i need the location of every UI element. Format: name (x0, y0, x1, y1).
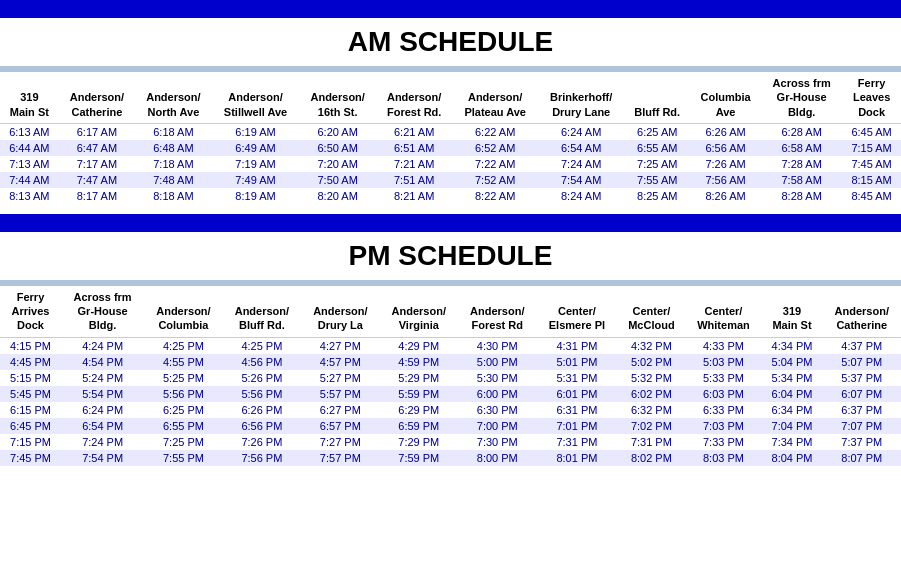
am-cell: 6:13 AM (0, 123, 59, 140)
am-cell: 8:18 AM (135, 188, 211, 204)
am-cell: 8:20 AM (299, 188, 375, 204)
am-cell: 6:45 AM (842, 123, 901, 140)
am-cell: 6:25 AM (624, 123, 690, 140)
pm-cell: 5:24 PM (61, 370, 144, 386)
pm-cell: 7:07 PM (823, 418, 902, 434)
pm-col-header: Center/McCloud (617, 286, 685, 337)
am-cell: 6:17 AM (59, 123, 135, 140)
pm-table: FerryArrivesDockAcross frmGr-HouseBldg.A… (0, 286, 901, 466)
pm-col-header: Anderson/Forest Rd (458, 286, 536, 337)
am-section: AM SCHEDULE 319Main StAnderson/Catherine… (0, 18, 901, 204)
pm-cell: 6:34 PM (762, 402, 823, 418)
pm-cell: 5:37 PM (823, 370, 902, 386)
am-col-header: Anderson/Forest Rd. (376, 72, 452, 123)
am-table-row: 7:13 AM7:17 AM7:18 AM7:19 AM7:20 AM7:21 … (0, 156, 901, 172)
pm-table-row: 7:45 PM7:54 PM7:55 PM7:56 PM7:57 PM7:59 … (0, 450, 901, 466)
am-cell: 8:22 AM (452, 188, 538, 204)
am-title: AM SCHEDULE (0, 18, 901, 66)
mid-blue-bar (0, 214, 901, 232)
am-cell: 6:56 AM (690, 140, 761, 156)
pm-cell: 5:25 PM (144, 370, 222, 386)
am-cell: 6:52 AM (452, 140, 538, 156)
pm-cell: 5:56 PM (144, 386, 222, 402)
pm-cell: 5:32 PM (617, 370, 685, 386)
pm-cell: 4:24 PM (61, 337, 144, 354)
am-cell: 7:18 AM (135, 156, 211, 172)
am-cell: 7:20 AM (299, 156, 375, 172)
am-cell: 6:19 AM (212, 123, 300, 140)
pm-table-row: 4:15 PM4:24 PM4:25 PM4:25 PM4:27 PM4:29 … (0, 337, 901, 354)
am-cell: 8:25 AM (624, 188, 690, 204)
pm-cell: 7:02 PM (617, 418, 685, 434)
pm-table-row: 7:15 PM7:24 PM7:25 PM7:26 PM7:27 PM7:29 … (0, 434, 901, 450)
am-cell: 7:17 AM (59, 156, 135, 172)
am-cell: 6:51 AM (376, 140, 452, 156)
am-cell: 7:15 AM (842, 140, 901, 156)
pm-cell: 7:30 PM (458, 434, 536, 450)
pm-cell: 6:04 PM (762, 386, 823, 402)
am-cell: 8:15 AM (842, 172, 901, 188)
pm-cell: 7:24 PM (61, 434, 144, 450)
pm-cell: 4:25 PM (223, 337, 301, 354)
am-cell: 6:22 AM (452, 123, 538, 140)
pm-cell: 6:56 PM (223, 418, 301, 434)
pm-cell: 5:29 PM (380, 370, 458, 386)
pm-cell: 6:45 PM (0, 418, 61, 434)
pm-cell: 7:26 PM (223, 434, 301, 450)
top-blue-bar (0, 0, 901, 18)
pm-cell: 7:37 PM (823, 434, 902, 450)
pm-cell: 7:15 PM (0, 434, 61, 450)
pm-table-row: 5:15 PM5:24 PM5:25 PM5:26 PM5:27 PM5:29 … (0, 370, 901, 386)
pm-cell: 6:25 PM (144, 402, 222, 418)
pm-cell: 7:33 PM (685, 434, 761, 450)
pm-col-header: Anderson/Drury La (301, 286, 379, 337)
pm-cell: 4:55 PM (144, 354, 222, 370)
pm-col-header: Anderson/Bluff Rd. (223, 286, 301, 337)
pm-cell: 6:31 PM (536, 402, 617, 418)
pm-cell: 4:33 PM (685, 337, 761, 354)
am-cell: 8:26 AM (690, 188, 761, 204)
pm-cell: 6:32 PM (617, 402, 685, 418)
pm-cell: 6:54 PM (61, 418, 144, 434)
pm-col-header: Center/Whiteman (685, 286, 761, 337)
pm-cell: 7:04 PM (762, 418, 823, 434)
am-cell: 6:48 AM (135, 140, 211, 156)
am-cell: 7:21 AM (376, 156, 452, 172)
am-cell: 8:45 AM (842, 188, 901, 204)
am-col-header: Anderson/Stillwell Ave (212, 72, 300, 123)
am-cell: 7:25 AM (624, 156, 690, 172)
am-col-header: Across frmGr-HouseBldg. (761, 72, 842, 123)
pm-table-row: 5:45 PM5:54 PM5:56 PM5:56 PM5:57 PM5:59 … (0, 386, 901, 402)
pm-cell: 7:29 PM (380, 434, 458, 450)
pm-table-row: 4:45 PM4:54 PM4:55 PM4:56 PM4:57 PM4:59 … (0, 354, 901, 370)
am-cell: 6:54 AM (538, 140, 625, 156)
pm-cell: 5:59 PM (380, 386, 458, 402)
pm-cell: 4:25 PM (144, 337, 222, 354)
pm-cell: 5:02 PM (617, 354, 685, 370)
pm-cell: 5:45 PM (0, 386, 61, 402)
am-cell: 7:44 AM (0, 172, 59, 188)
pm-cell: 6:26 PM (223, 402, 301, 418)
pm-cell: 6:00 PM (458, 386, 536, 402)
am-col-header: Anderson/16th St. (299, 72, 375, 123)
am-cell: 7:13 AM (0, 156, 59, 172)
pm-cell: 4:29 PM (380, 337, 458, 354)
am-cell: 7:58 AM (761, 172, 842, 188)
am-cell: 7:50 AM (299, 172, 375, 188)
am-cell: 7:19 AM (212, 156, 300, 172)
pm-cell: 4:37 PM (823, 337, 902, 354)
pm-cell: 7:00 PM (458, 418, 536, 434)
am-cell: 7:55 AM (624, 172, 690, 188)
pm-cell: 6:29 PM (380, 402, 458, 418)
am-cell: 8:19 AM (212, 188, 300, 204)
am-cell: 8:24 AM (538, 188, 625, 204)
am-cell: 6:50 AM (299, 140, 375, 156)
am-cell: 6:18 AM (135, 123, 211, 140)
pm-cell: 7:25 PM (144, 434, 222, 450)
pm-cell: 6:33 PM (685, 402, 761, 418)
pm-cell: 6:37 PM (823, 402, 902, 418)
am-cell: 6:55 AM (624, 140, 690, 156)
am-table: 319Main StAnderson/CatherineAnderson/Nor… (0, 72, 901, 204)
pm-cell: 6:55 PM (144, 418, 222, 434)
pm-cell: 6:02 PM (617, 386, 685, 402)
